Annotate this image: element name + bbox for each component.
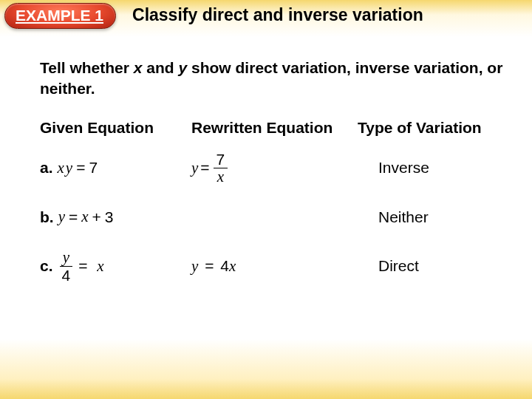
fraction-num: y <box>60 250 72 267</box>
plus: + <box>92 208 101 226</box>
content: Tell whether x and y show direct variati… <box>0 37 532 283</box>
equals: = <box>69 208 78 226</box>
math-var: y <box>66 159 72 177</box>
fraction-den: 4 <box>59 267 74 283</box>
math-num: 3 <box>105 208 114 226</box>
fraction-num: 7 <box>214 151 228 168</box>
table-row: b. y = x + 3 Neither <box>40 201 504 233</box>
col-rewritten: Rewritten Equation <box>191 119 358 137</box>
var-y: y <box>179 59 188 76</box>
col-type: Type of Variation <box>358 119 504 137</box>
instruction-mid2: show <box>187 59 235 76</box>
instruction-lead: Tell whether <box>40 59 134 76</box>
row-label: b. <box>40 208 54 226</box>
var-x: x <box>134 59 143 76</box>
table-row: c. y 4 = x y = 4x Direct <box>40 250 504 283</box>
fraction-den: x <box>214 168 227 185</box>
equals: = <box>200 257 218 275</box>
given-b: b. y = x + 3 <box>40 208 191 226</box>
header: EXAMPLE 1 Classify direct and inverse va… <box>0 0 532 37</box>
table-row: a. xy = 7 y = 7 x Inverse <box>40 151 504 185</box>
math-var: x <box>58 159 64 177</box>
math-var: y <box>191 257 198 276</box>
math-var: x <box>97 257 103 276</box>
equals: = <box>76 159 85 177</box>
rewritten-c: y = 4x <box>191 257 358 276</box>
given-a: a. xy = 7 <box>40 159 191 177</box>
row-label: c. <box>40 257 53 275</box>
row-label: a. <box>40 159 53 177</box>
math-var: x <box>81 208 88 226</box>
fraction: 7 x <box>214 151 228 185</box>
fraction: y 4 <box>59 250 74 283</box>
math-var: y <box>191 159 198 177</box>
col-given: Given Equation <box>40 119 191 137</box>
slide: EXAMPLE 1 Classify direct and inverse va… <box>0 0 532 399</box>
given-c: c. y 4 = x <box>40 250 191 283</box>
math-num: 7 <box>89 159 98 177</box>
type-c: Direct <box>358 257 504 275</box>
equals: = <box>200 159 209 177</box>
math-var: x <box>229 257 236 276</box>
example-badge: EXAMPLE 1 <box>4 3 116 29</box>
rewritten-a: y = 7 x <box>191 151 358 185</box>
type-b: Neither <box>358 208 504 226</box>
equals: = <box>78 257 87 275</box>
slide-title: Classify direct and inverse variation <box>132 5 423 25</box>
math-var: y <box>58 208 65 226</box>
variation-table: Given Equation Rewritten Equation Type o… <box>40 119 504 283</box>
math-coef: 4 <box>220 257 229 275</box>
table-header: Given Equation Rewritten Equation Type o… <box>40 119 504 137</box>
instruction-mid1: and <box>143 59 179 76</box>
instruction-text: Tell whether x and y show direct variati… <box>40 58 504 100</box>
type-a: Inverse <box>358 159 504 177</box>
